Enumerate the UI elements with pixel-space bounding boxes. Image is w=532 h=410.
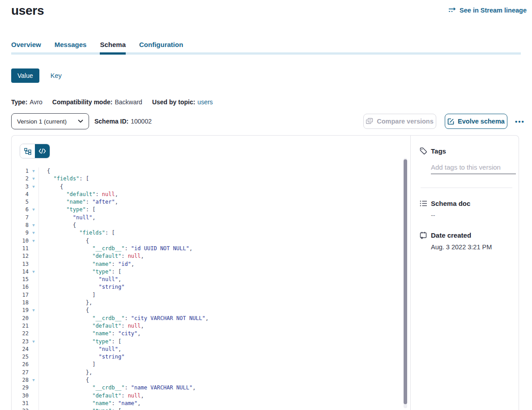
fold-spacer [29,276,38,283]
code-token: "id" [118,261,131,267]
code-text: ] [38,291,401,299]
code-line: 4 "default": null, [12,191,401,198]
type-label: Type: [11,98,27,106]
value-tab-button[interactable]: Value [11,68,39,83]
line-number: 26 [12,361,29,368]
fold-spacer [29,330,38,337]
schema-id-value: 100002 [131,118,152,125]
compare-versions-label: Compare versions [377,118,434,125]
line-number: 17 [12,291,29,299]
evolve-schema-button[interactable]: Evolve schema [445,114,507,129]
fold-arrow-icon[interactable]: ▼ [29,338,38,346]
line-number: 7 [12,214,29,222]
line-number: 13 [12,261,29,268]
edit-icon [447,118,454,125]
fold-spacer [29,346,38,353]
editor-scrollbar[interactable] [404,158,407,408]
fold-arrow-icon[interactable]: ▼ [29,222,38,229]
schema-sidebar: Tags Schema doc -- [410,136,519,410]
fold-spacer [29,214,38,222]
code-token [47,338,92,345]
code-token: "name" [66,199,85,205]
code-text: { [38,376,401,384]
type-value: Avro [30,98,43,106]
tab-schema[interactable]: Schema [100,39,126,55]
schema-doc-title: Schema doc [431,200,470,207]
code-line: 11 "__crdb__": "id UUID NOT NULL", [12,245,401,252]
code-text: { [38,237,401,245]
tree-view-button[interactable] [20,144,35,158]
more-options-button[interactable]: ••• [512,114,528,128]
fold-spacer [29,261,38,268]
fold-arrow-icon[interactable]: ▼ [29,175,38,183]
fold-arrow-icon[interactable]: ▼ [29,268,38,276]
code-token [47,408,92,410]
date-created-section: Date created Aug. 3 2022 3:21 PM [420,231,516,251]
code-line: 3▼ { [12,183,401,191]
compare-versions-button[interactable]: Compare versions [363,114,436,129]
line-number: 5 [12,198,29,206]
code-token: "string" [99,284,125,290]
tags-title: Tags [431,147,446,155]
line-number: 8 [12,222,29,229]
fold-arrow-icon[interactable]: ▼ [29,229,38,237]
code-token: "default" [92,323,121,329]
value-key-toggle: Value Key [11,68,62,83]
code-token: null [102,191,115,197]
code-line: 18 }, [12,299,401,307]
schema-code-editor[interactable]: 1▼{2▼ "fields": [3▼ {4 "default": null,5… [12,167,401,410]
fold-arrow-icon[interactable]: ▼ [29,237,38,245]
version-select[interactable]: Version 1 (current) [11,113,89,129]
code-token: : [ [112,408,122,410]
fold-spacer [29,252,38,260]
topic-link[interactable]: users [197,98,213,106]
code-text: "default": null, [38,252,401,260]
stream-lineage-link[interactable]: See in Stream lineage [448,7,527,14]
code-token [47,384,92,391]
fold-arrow-icon[interactable]: ▼ [29,206,38,214]
line-number: 3 [12,183,29,191]
code-token: "fields" [53,175,79,182]
editor-scrollbar-thumb[interactable] [404,159,407,404]
line-number: 32 [12,407,29,410]
code-token [47,346,99,352]
line-number: 15 [12,276,29,283]
line-number: 11 [12,245,29,252]
tab-underline-track [11,52,521,55]
fold-arrow-icon[interactable]: ▼ [29,307,38,314]
code-line: 13 "name": "id", [12,261,401,268]
code-line: 17 ] [12,291,401,299]
fold-spacer [29,361,38,368]
code-token: : [86,199,92,205]
code-text: "__crdb__": "id UUID NOT NULL", [38,245,401,252]
code-token: : [ [112,338,122,345]
fold-arrow-icon[interactable]: ▼ [29,183,38,191]
code-line: 22 "name": "city", [12,330,401,337]
fold-arrow-icon[interactable]: ▼ [29,407,38,410]
code-token: : [124,315,131,321]
code-token: "name VARCHAR NULL" [131,384,192,391]
fold-arrow-icon[interactable]: ▼ [29,376,38,384]
code-text: "type": [ [38,338,401,346]
line-number: 10 [12,237,29,245]
add-tags-input[interactable] [431,162,516,174]
code-token: "name" [92,330,111,337]
code-view-button[interactable] [35,144,50,158]
compatibility-value: Backward [115,98,142,106]
code-token: , [118,276,121,282]
code-line: 24 "null", [12,346,401,353]
fold-arrow-icon[interactable]: ▼ [29,167,38,175]
code-text: }, [38,299,401,307]
code-text: "default": null, [38,392,401,400]
line-number: 2 [12,175,29,183]
code-line: 6▼ "type": [ [12,206,401,214]
code-line: 26 ] [12,361,401,368]
code-token: "default" [92,253,121,259]
code-text: "type": [ [38,206,401,214]
code-token: "city VARCHAR NOT NULL" [131,315,205,321]
code-token [47,199,66,205]
code-token: "__crdb__" [92,384,124,391]
code-text: }, [38,369,401,376]
stream-lineage-label: See in Stream lineage [460,7,527,14]
key-tab-button[interactable]: Key [51,72,62,79]
